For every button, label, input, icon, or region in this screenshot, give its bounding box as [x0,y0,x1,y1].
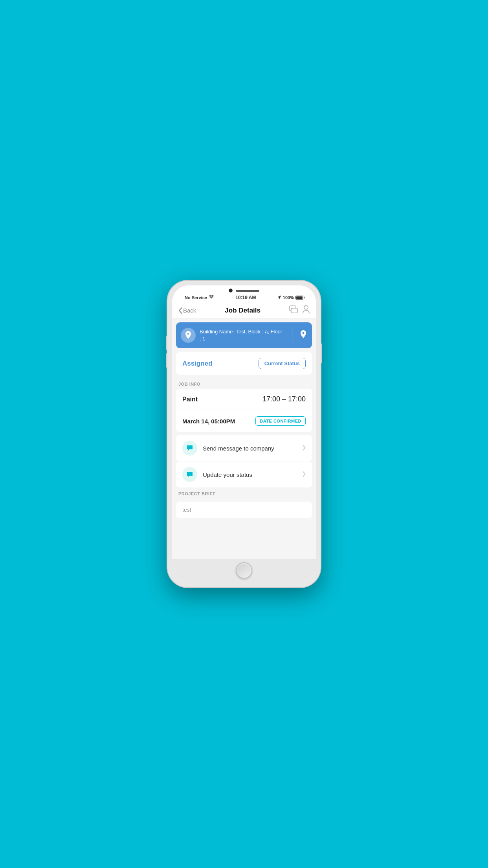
home-button[interactable] [236,562,252,579]
job-date: March 14, 05:00PM [182,418,235,425]
status-bar: No Service 10:19 AM [178,294,310,301]
phone-screen: No Service 10:19 AM [172,285,316,583]
job-date-row: March 14, 05:00PM DATE CONFIRMED [176,410,312,432]
send-message-icon-circle [182,441,197,456]
map-icon[interactable] [299,330,307,341]
status-left: No Service [185,295,214,300]
project-brief-card: test [176,502,312,518]
project-brief-section-header: PROJECT BRIEF [172,487,316,498]
phone-frame: No Service 10:19 AM [167,281,321,587]
job-info-card: Paint 17:00 – 17:00 March 14, 05:00PM DA… [176,389,312,432]
front-camera [229,289,233,292]
building-info: Building Name : test, Block : a, Floor :… [200,328,285,342]
battery-percent: 100% [283,295,294,300]
volume-up-button[interactable] [166,336,167,350]
nav-bar: Back Job Details [172,303,316,318]
status-row: Assigned Current Status [176,352,312,375]
status-right: 100% [277,295,303,300]
job-name: Paint [182,396,198,403]
time-display: 10:19 AM [235,295,256,300]
back-button[interactable]: Back [178,307,196,314]
date-confirmed-badge: DATE CONFIRMED [255,416,306,426]
wifi-icon [209,295,214,300]
phone-top-area: No Service 10:19 AM [172,285,316,303]
send-message-chevron-icon [303,445,306,452]
volume-down-button[interactable] [166,353,167,368]
messages-icon[interactable] [289,305,298,315]
job-info-section-header: JOB INFO [172,378,316,389]
profile-icon[interactable] [303,305,310,316]
svg-rect-1 [291,308,297,313]
main-content: Building Name : test, Block : a, Floor :… [172,318,316,559]
location-divider [292,328,292,342]
location-pin-circle [181,328,196,343]
power-button[interactable] [321,344,322,363]
carrier-label: No Service [185,295,207,300]
current-status-button[interactable]: Current Status [259,358,306,369]
camera-area [229,289,259,292]
job-name-row: Paint 17:00 – 17:00 [176,389,312,410]
send-message-action[interactable]: Send message to company [176,435,312,461]
svg-point-2 [304,305,308,309]
update-status-icon-circle [182,467,197,482]
assigned-label: Assigned [182,360,213,368]
project-brief-content: test [182,507,191,513]
back-label: Back [183,307,196,314]
page-title: Job Details [225,307,261,314]
update-status-label: Update your status [203,471,297,478]
location-banner: Building Name : test, Block : a, Floor :… [176,322,312,348]
send-message-label: Send message to company [203,445,297,452]
update-status-chevron-icon [303,471,306,478]
speaker [236,290,259,292]
home-button-area [172,559,316,583]
nav-icons [289,305,310,316]
battery-icon [295,296,303,300]
location-arrow-icon [277,295,281,300]
job-time: 17:00 – 17:00 [262,395,306,403]
update-status-action[interactable]: Update your status [176,462,312,487]
